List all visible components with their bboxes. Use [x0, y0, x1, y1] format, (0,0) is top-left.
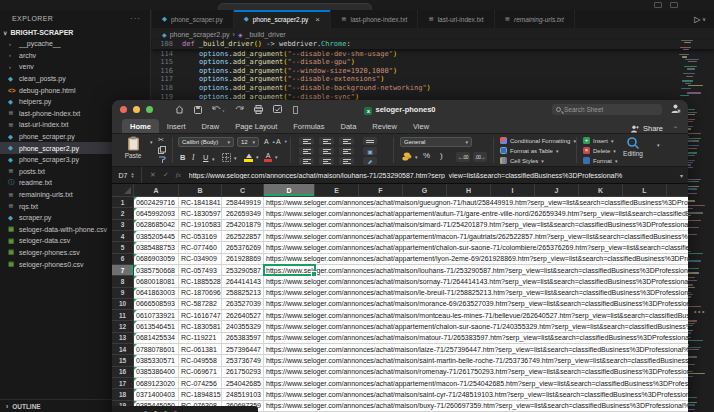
column-header-L[interactable]: L	[623, 184, 667, 197]
cell-D7[interactable]: https://www.seloger.com/annonces/achat/m…	[264, 265, 688, 276]
cell-B1[interactable]: RC-1841841	[179, 197, 222, 208]
close-button[interactable]	[120, 106, 127, 113]
underline-button[interactable]: U	[203, 153, 208, 162]
ribbon-tab-formulas[interactable]: Formulas	[285, 119, 332, 133]
cell-C3[interactable]: 254201879	[222, 220, 264, 231]
cell-B7[interactable]: RC-057493	[179, 265, 222, 276]
format-as-table-button[interactable]: Format as Table▾	[500, 147, 558, 154]
fill-color-icon[interactable]: ▾	[244, 153, 259, 162]
search-sheet-input[interactable]: Search Sheet	[552, 104, 662, 115]
align-icon[interactable]	[299, 137, 314, 145]
cell-C11[interactable]: 262640527	[222, 310, 264, 321]
row-header-5[interactable]: 5	[112, 242, 134, 253]
merge-center-icon[interactable]: ▣	[363, 147, 377, 155]
cell-B12[interactable]: RC-1830581	[179, 321, 222, 332]
print-icon[interactable]	[254, 105, 263, 114]
column-header-K[interactable]: K	[579, 184, 623, 197]
format-button[interactable]: Format▾	[583, 157, 618, 164]
cell-B10[interactable]: RC-587282	[179, 299, 222, 310]
cell-A12[interactable]: 0613546451	[134, 321, 179, 332]
font-size-select[interactable]: 12▾	[237, 137, 259, 147]
cell-D6[interactable]: https://www.seloger.com/annonces/achat/a…	[264, 254, 688, 265]
cell-C16[interactable]: 261750293	[222, 367, 264, 378]
cell-B11[interactable]: RC-1616747	[179, 310, 222, 321]
percent-icon[interactable]: %	[423, 151, 430, 160]
cell-A10[interactable]: 0666508593	[134, 299, 179, 310]
cell-D1[interactable]: https://www.seloger.com/annonces/achat/m…	[264, 197, 688, 208]
cell-styles-button[interactable]: Cell Styles▾	[500, 157, 544, 164]
row-header-7[interactable]: 7	[112, 265, 134, 276]
row-header-10[interactable]: 10	[112, 299, 134, 310]
editing-dropdown[interactable]: ▾	[657, 142, 660, 148]
explorer-actions-icon[interactable]: ···	[130, 14, 141, 23]
dock-bar[interactable]	[112, 406, 258, 412]
decrease-font-icon[interactable]: A▼	[276, 138, 288, 145]
ribbon-tab-page-layout[interactable]: Page Layout	[227, 119, 285, 133]
row-header-11[interactable]: 11	[112, 310, 134, 321]
cell-D8[interactable]: https://www.seloger.com/annonces/achat/m…	[264, 276, 688, 287]
editing-group-button[interactable]: Editing	[612, 136, 654, 157]
cell-D14[interactable]: https://www.seloger.com/annonces/achat/m…	[264, 344, 688, 355]
spelling-icon[interactable]	[273, 105, 283, 114]
row-header-15[interactable]: 15	[112, 355, 134, 366]
cut-icon[interactable]: ✂	[158, 136, 164, 144]
cell-C6[interactable]: 261928869	[222, 254, 264, 265]
row-header-6[interactable]: 6	[112, 254, 134, 265]
wrap-text-icon[interactable]	[363, 137, 377, 145]
tab-phone_scraper2.py[interactable]: ◆phone_scraper2.py×	[234, 10, 331, 28]
cell-B17[interactable]: RC-074256	[179, 378, 222, 389]
cell-B5[interactable]: RC-077460	[179, 242, 222, 253]
cell-D3[interactable]: https://www.seloger.com/annonces/achat/m…	[264, 220, 688, 231]
increase-font-icon[interactable]: A▲	[264, 138, 276, 145]
select-all-corner[interactable]	[112, 184, 134, 197]
cell-A11[interactable]: 0610733921	[134, 310, 179, 321]
align-icon[interactable]	[319, 157, 334, 165]
redo-icon[interactable]	[235, 105, 244, 114]
account-icon[interactable]	[670, 103, 681, 114]
cell-A2[interactable]: 0645992093	[134, 208, 179, 219]
cell-A16[interactable]: 0385386400	[134, 367, 179, 378]
cell-C9[interactable]: 258825213	[222, 288, 264, 299]
cell-B18[interactable]: RC-1894815	[179, 389, 222, 400]
ribbon-tab-view[interactable]: View	[405, 119, 437, 133]
cell-A9[interactable]: 0641863003	[134, 288, 179, 299]
cell-D9[interactable]: https://www.seloger.com/annonces/achat/m…	[264, 288, 688, 299]
cell-C1[interactable]: 258449919	[222, 197, 264, 208]
cell-A17[interactable]: 0689123020	[134, 378, 179, 389]
column-header-partial[interactable]	[667, 184, 688, 197]
cell-B2[interactable]: RC-1830597	[179, 208, 222, 219]
cell-B6[interactable]: RC-034909	[179, 254, 222, 265]
cell-D11[interactable]: https://www.seloger.com/annonces/achat/m…	[264, 310, 688, 321]
minimize-button[interactable]	[133, 106, 140, 113]
column-header-B[interactable]: B	[179, 184, 222, 197]
zoom-button[interactable]	[146, 106, 153, 113]
format-painter-icon[interactable]	[158, 156, 166, 164]
align-icon[interactable]	[339, 147, 354, 155]
column-header-I[interactable]: I	[491, 184, 535, 197]
cell-C12[interactable]: 240355329	[222, 321, 264, 332]
column-header-H[interactable]: H	[447, 184, 491, 197]
paste-button[interactable]: Paste	[118, 136, 148, 159]
cell-B8[interactable]: RC-1885528	[179, 276, 222, 287]
paste-dropdown-arrow[interactable]: ▾	[150, 139, 153, 145]
enter-icon[interactable]: ✓	[163, 171, 169, 179]
cell-A15[interactable]: 0385330571	[134, 355, 179, 366]
cell-A7[interactable]: 0385750668	[134, 265, 179, 276]
cell-A6[interactable]: 0686903059	[134, 254, 179, 265]
cell-A1[interactable]: 0602429716	[134, 197, 179, 208]
sidebar-item-debug-phone.html[interactable]: <>debug-phone.html	[0, 84, 150, 96]
sidebar-item-clean_posts.py[interactable]: ◆clean_posts.py	[0, 73, 150, 85]
cell-A13[interactable]: 0681425534	[134, 333, 179, 344]
sidebar-item-__pycache__[interactable]: ›__pycache__	[0, 38, 150, 50]
ribbon-tab-review[interactable]: Review	[364, 119, 405, 133]
cell-C8[interactable]: 264414143	[222, 276, 264, 287]
decrease-decimal-icon[interactable]: .00→	[473, 152, 487, 162]
column-header-E[interactable]: E	[315, 184, 359, 197]
row-header-18[interactable]: 18	[112, 389, 134, 400]
panel-icon[interactable]	[670, 2, 678, 8]
cell-C17[interactable]: 254042685	[222, 378, 264, 389]
name-box-stepper[interactable]: ▲▼	[130, 172, 134, 179]
layout-icon[interactable]	[654, 2, 662, 8]
cancel-icon[interactable]: ✕	[150, 171, 156, 179]
cell-A14[interactable]: 0788078601	[134, 344, 179, 355]
